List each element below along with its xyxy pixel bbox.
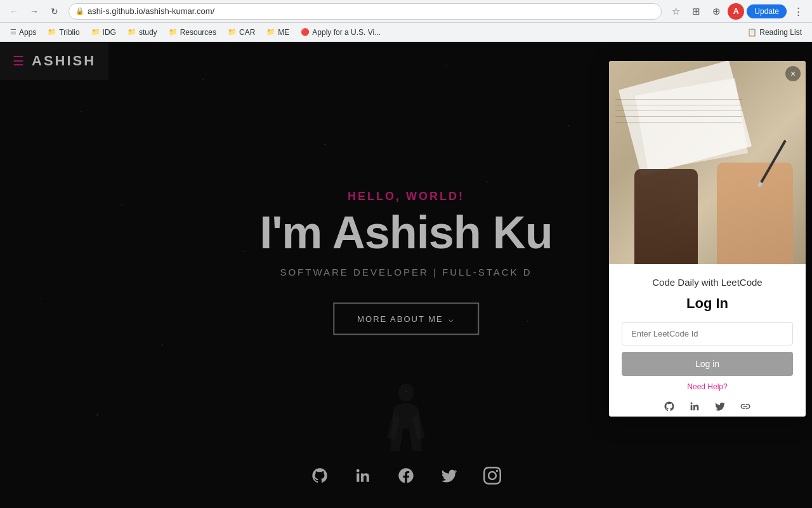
me-icon: 📁 — [266, 28, 275, 36]
bookmark-car-label: CAR — [239, 28, 255, 37]
resources-icon: 📁 — [169, 28, 178, 36]
bookmark-triblio[interactable]: 📁 Triblio — [43, 26, 84, 39]
popup-image-area — [609, 61, 806, 264]
popup-panel: × Code Daily with LeetCode Log In — [609, 61, 806, 417]
popup-link-icon[interactable] — [738, 399, 753, 414]
website-container: ☰ ASHISH HELLO, WORLD! I'm Ashish Ku SOF… — [0, 42, 812, 508]
popup-content: Code Daily with LeetCode Log In Log in N… — [609, 264, 806, 417]
bookmark-apps-label: Apps — [19, 28, 36, 37]
bookmark-me-label: ME — [278, 28, 289, 37]
bookmark-resources[interactable]: 📁 Resources — [164, 26, 221, 39]
lock-icon: 🔒 — [75, 7, 84, 15]
bookmark-triblio-label: Triblio — [59, 28, 79, 37]
bookmarks-bar: ☰ Apps 📁 Triblio 📁 IDG 📁 study 📁 Resourc… — [0, 23, 812, 42]
reading-list-icon: 📋 — [747, 28, 757, 37]
extensions-button[interactable]: ⊞ — [687, 3, 705, 20]
star-button[interactable]: ☆ — [667, 3, 684, 20]
avatar-button[interactable]: A — [728, 3, 744, 20]
popup-linkedin-icon[interactable] — [687, 399, 702, 414]
menu-button[interactable]: ⋮ — [789, 3, 807, 20]
popup-login-button[interactable]: Log in — [622, 352, 793, 376]
triblio-icon: 📁 — [48, 28, 56, 36]
apply-icon: 🔴 — [301, 28, 310, 36]
popup-tagline: Code Daily with LeetCode — [622, 277, 793, 288]
leetcode-id-input[interactable] — [622, 322, 793, 345]
popup-github-icon[interactable] — [662, 399, 677, 414]
popup-social-row — [622, 399, 793, 414]
popup-login-title: Log In — [622, 295, 793, 312]
bookmark-idg[interactable]: 📁 IDG — [86, 26, 121, 39]
popup-close-button[interactable]: × — [785, 66, 801, 81]
popup-help-link[interactable]: Need Help? — [622, 382, 793, 391]
bookmark-apps[interactable]: ☰ Apps — [5, 26, 41, 39]
apps-icon: ☰ — [10, 28, 16, 36]
address-bar[interactable]: 🔒 ashi-s.github.io/ashish-kumar.com/ — [69, 3, 662, 20]
popup-twitter-icon[interactable] — [712, 399, 728, 414]
reading-list-button[interactable]: 📋 Reading List — [742, 26, 807, 39]
bookmark-apply-label: Apply for a U.S. Vi... — [312, 28, 381, 37]
bookmark-idg-label: IDG — [103, 28, 116, 37]
nav-buttons: ← → ↻ — [5, 3, 63, 20]
idg-icon: 📁 — [91, 28, 100, 36]
browser-chrome: ← → ↻ 🔒 ashi-s.github.io/ashish-kumar.co… — [0, 0, 812, 23]
bookmark-me[interactable]: 📁 ME — [261, 26, 294, 39]
hand-decoration — [609, 150, 806, 264]
forward-button[interactable]: → — [25, 3, 43, 20]
hand-light — [717, 163, 793, 264]
profile-button[interactable]: ⊕ — [707, 3, 725, 20]
back-button[interactable]: ← — [5, 3, 23, 20]
url-text: ashi-s.github.io/ashish-kumar.com/ — [88, 6, 214, 16]
reading-list-label: Reading List — [759, 28, 802, 37]
bookmark-apply[interactable]: 🔴 Apply for a U.S. Vi... — [296, 26, 386, 39]
bookmark-study-label: study — [139, 28, 157, 37]
paper-lines — [615, 99, 742, 128]
hand-dark — [634, 169, 698, 264]
bookmark-study[interactable]: 📁 study — [122, 26, 162, 39]
bookmark-car[interactable]: 📁 CAR — [223, 26, 260, 39]
study-icon: 📁 — [128, 28, 136, 36]
update-button[interactable]: Update — [747, 4, 787, 18]
car-icon: 📁 — [228, 28, 237, 36]
browser-actions: ☆ ⊞ ⊕ A Update ⋮ — [667, 3, 807, 20]
reload-button[interactable]: ↻ — [46, 3, 63, 20]
bookmark-resources-label: Resources — [180, 28, 216, 37]
